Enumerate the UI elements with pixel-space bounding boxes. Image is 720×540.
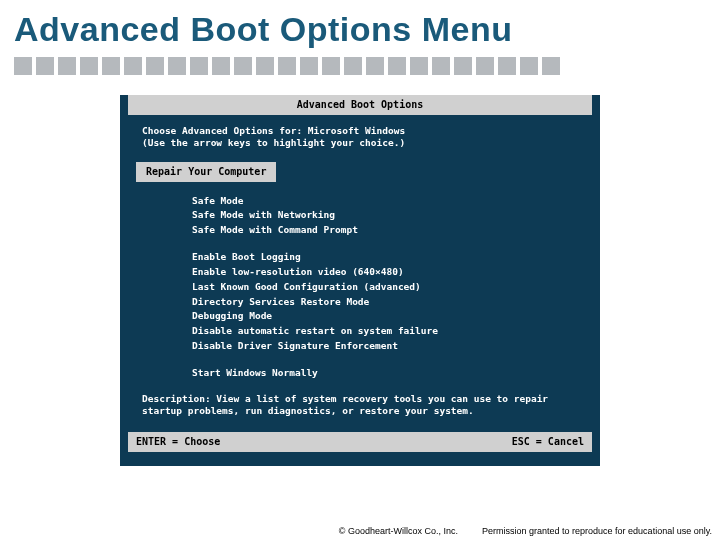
option-group-1: Safe Mode Safe Mode with Networking Safe… <box>192 194 586 238</box>
footer-enter: ENTER = Choose <box>136 435 220 449</box>
option-description: Description: View a list of system recov… <box>142 393 586 419</box>
instr-line-2: (Use the arrow keys to highlight your ch… <box>142 137 586 150</box>
boot-option[interactable]: Last Known Good Configuration (advanced) <box>192 280 586 295</box>
boot-option[interactable]: Directory Services Restore Mode <box>192 295 586 310</box>
footer-esc: ESC = Cancel <box>512 435 584 449</box>
boot-option[interactable]: Enable low-resolution video (640×480) <box>192 265 586 280</box>
boot-option[interactable]: Enable Boot Logging <box>192 250 586 265</box>
boot-header: Advanced Boot Options <box>128 95 592 115</box>
boot-instructions: Choose Advanced Options for: Microsoft W… <box>142 125 586 151</box>
permission-text: Permission granted to reproduce for educ… <box>482 526 712 536</box>
boot-option[interactable]: Safe Mode <box>192 194 586 209</box>
instr-line-1: Choose Advanced Options for: Microsoft W… <box>142 125 586 138</box>
copyright: © Goodheart-Willcox Co., Inc. <box>339 526 458 536</box>
slide-title: Advanced Boot Options Menu <box>0 0 720 57</box>
option-group-3: Start Windows Normally <box>192 366 586 381</box>
boot-option[interactable]: Disable Driver Signature Enforcement <box>192 339 586 354</box>
boot-option[interactable]: Start Windows Normally <box>192 366 586 381</box>
boot-option[interactable]: Safe Mode with Networking <box>192 208 586 223</box>
option-group-2: Enable Boot Logging Enable low-resolutio… <box>192 250 586 354</box>
page-footer: © Goodheart-Willcox Co., Inc. Permission… <box>339 526 712 536</box>
boot-option[interactable]: Debugging Mode <box>192 309 586 324</box>
selected-option[interactable]: Repair Your Computer <box>136 162 276 182</box>
boot-footer: ENTER = Choose ESC = Cancel <box>128 432 592 452</box>
boot-option[interactable]: Disable automatic restart on system fail… <box>192 324 586 339</box>
boot-option[interactable]: Safe Mode with Command Prompt <box>192 223 586 238</box>
boot-body: Choose Advanced Options for: Microsoft W… <box>120 115 600 433</box>
boot-screen: Advanced Boot Options Choose Advanced Op… <box>120 95 600 466</box>
divider-dots <box>0 57 720 85</box>
